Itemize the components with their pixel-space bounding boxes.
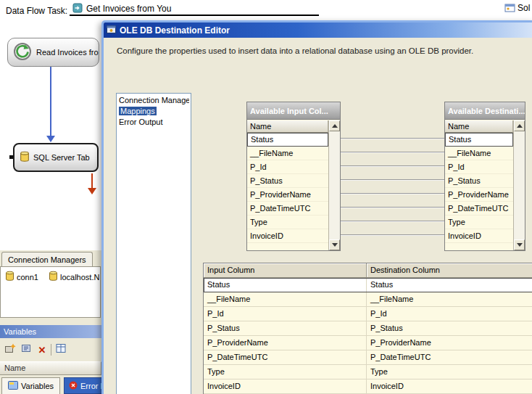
mapping-line[interactable]	[341, 221, 444, 222]
mapping-destination-cell[interactable]: Type	[367, 365, 532, 379]
scrollbar-up-button[interactable]	[329, 120, 340, 131]
mapping-destination-cell[interactable]: __FileName	[367, 292, 532, 307]
destination-column-row[interactable]: P_ProviderName	[445, 188, 513, 202]
dialog-title: OLE DB Destination Editor	[120, 25, 230, 36]
mapping-destination-cell[interactable]: InvoiceID	[367, 379, 532, 394]
mapping-line[interactable]	[341, 207, 444, 208]
mapping-input-cell[interactable]: P_DateTimeUTC	[204, 350, 367, 365]
destination-list-name-header[interactable]: Name	[445, 120, 513, 133]
destination-list-scrollbar[interactable]	[513, 120, 525, 250]
show-system-variables-icon	[20, 342, 32, 357]
input-column-row[interactable]: P_DateTimeUTC	[247, 202, 328, 216]
data-flow-task-combo[interactable]: Get Invoices from You	[70, 2, 319, 15]
input-column-row[interactable]: Status	[247, 133, 328, 147]
mapping-grid-row[interactable]: P_ProviderName P_ProviderName	[204, 336, 532, 350]
nav-item-connection-manager[interactable]: Connection Manager	[118, 95, 189, 105]
destination-column-row[interactable]: __FileName	[445, 147, 513, 160]
connection-manager-item[interactable]: localhost.N	[49, 271, 99, 283]
mapping-grid-row[interactable]: __FileName __FileName	[204, 292, 532, 307]
mapping-grid-row[interactable]: InvoiceID InvoiceID	[204, 379, 532, 394]
read-invoices-source-icon	[13, 42, 32, 62]
mapping-grid-row[interactable]: Type Type	[204, 365, 532, 379]
add-variable-button[interactable]	[3, 342, 17, 357]
input-column-row[interactable]: Type	[247, 216, 328, 229]
solution-explorer-edge[interactable]: Sol	[504, 3, 530, 15]
delete-variable-button[interactable]: ✕	[35, 342, 49, 357]
ole-db-destination-editor-dialog: OLE DB Destination Editor Configure the …	[101, 20, 532, 394]
mapping-input-cell[interactable]: P_Status	[204, 321, 367, 336]
input-list-scrollbar[interactable]	[328, 120, 340, 250]
database-icon	[20, 151, 30, 164]
error-list-icon	[69, 381, 78, 391]
mapping-destination-cell[interactable]: P_Status	[367, 321, 532, 336]
delete-variable-icon: ✕	[38, 345, 46, 355]
connection-managers-panel[interactable]: conn1 localhost.N	[0, 266, 101, 318]
nav-item-label: Mappings	[119, 107, 157, 115]
data-flow-task-value: Get Invoices from You	[86, 4, 171, 14]
mapping-input-cell[interactable]: P_ProviderName	[204, 336, 367, 350]
mapping-destination-cell[interactable]: P_Id	[367, 307, 532, 321]
mapping-input-cell[interactable]: InvoiceID	[204, 379, 367, 394]
mapping-destination-cell[interactable]: P_DateTimeUTC	[367, 350, 532, 365]
input-column-row[interactable]: InvoiceID	[247, 229, 328, 243]
input-column-row[interactable]: P_Status	[247, 174, 328, 188]
destination-list-title[interactable]: Available Destinati...	[445, 102, 525, 120]
nav-item-mappings[interactable]: Mappings	[118, 106, 189, 116]
connection-managers-tab[interactable]: Connection Managers	[1, 252, 93, 266]
destination-column-row[interactable]: InvoiceID	[445, 229, 513, 243]
mapping-input-cell[interactable]: Status	[204, 278, 367, 292]
mapping-line[interactable]	[341, 193, 444, 194]
scrollbar-down-button[interactable]	[329, 239, 340, 250]
scrollbar-down-button[interactable]	[514, 239, 525, 250]
mapping-grid-row[interactable]: Status Status	[204, 278, 532, 292]
triangle-up-icon	[332, 124, 338, 128]
mapping-grid-row[interactable]: P_DateTimeUTC P_DateTimeUTC	[204, 350, 532, 365]
nav-item-error-output[interactable]: Error Output	[118, 117, 189, 127]
variables-panel-header[interactable]: Variables	[0, 325, 101, 338]
mapping-input-cell[interactable]: Type	[204, 365, 367, 379]
input-column-row[interactable]: P_Id	[247, 160, 328, 174]
choose-columns-button[interactable]	[54, 342, 68, 357]
solution-explorer-text: Sol	[518, 3, 530, 13]
destination-column-row[interactable]: Type	[445, 216, 513, 229]
input-list-title[interactable]: Available Input Col...	[247, 102, 340, 120]
input-list-name-header[interactable]: Name	[247, 120, 328, 133]
dialog-description: Configure the properties used to insert …	[117, 46, 526, 55]
destination-component-box[interactable]: SQL Server Tab	[13, 143, 99, 172]
source-component-box[interactable]: Read Invoices fro	[7, 38, 99, 67]
mapping-line[interactable]	[341, 152, 444, 153]
mapping-line[interactable]	[341, 179, 444, 181]
error-output-path-arrow-icon	[88, 188, 96, 194]
selection-handle[interactable]	[9, 155, 13, 159]
input-column-row[interactable]: P_ProviderName	[247, 188, 328, 202]
input-column-header[interactable]: Input Column	[204, 263, 367, 278]
variables-name-column-header[interactable]: Name	[0, 361, 101, 375]
destination-column-row[interactable]: P_Id	[445, 160, 513, 174]
mapping-line[interactable]	[341, 138, 444, 139]
data-flow-path-line[interactable]	[50, 67, 51, 136]
connection-manager-item[interactable]: conn1	[5, 271, 38, 283]
mapping-destination-cell[interactable]: Status	[367, 278, 532, 292]
scrollbar-up-button[interactable]	[514, 120, 525, 131]
destination-column-row[interactable]: P_DateTimeUTC	[445, 202, 513, 216]
nav-item-label: Error Output	[119, 118, 163, 126]
variables-toolbar: ✕	[0, 338, 101, 361]
dialog-titlebar[interactable]: OLE DB Destination Editor	[104, 22, 532, 38]
destination-column-header[interactable]: Destination Column	[367, 263, 532, 278]
tab-variables[interactable]: Variables	[1, 377, 60, 394]
mapping-destination-cell[interactable]: P_ProviderName	[367, 336, 532, 350]
mapping-grid-row[interactable]: P_Id P_Id	[204, 307, 532, 321]
destination-column-row[interactable]: Status	[445, 133, 513, 147]
mapping-line[interactable]	[341, 234, 444, 236]
connection-manager-label: localhost.N	[60, 273, 99, 282]
error-output-path-line[interactable]	[91, 173, 93, 189]
name-column-label: Name	[4, 364, 25, 372]
mapping-line[interactable]	[341, 165, 444, 167]
destination-column-row[interactable]: P_Status	[445, 174, 513, 188]
show-system-variables-button[interactable]	[19, 342, 33, 357]
input-column-row[interactable]: __FileName	[247, 147, 328, 160]
destination-list-rows: Status __FileName P_Id P_Status P_Provid…	[445, 133, 513, 250]
mapping-input-cell[interactable]: P_Id	[204, 307, 367, 321]
mapping-input-cell[interactable]: __FileName	[204, 292, 367, 307]
mapping-grid-row[interactable]: P_Status P_Status	[204, 321, 532, 336]
